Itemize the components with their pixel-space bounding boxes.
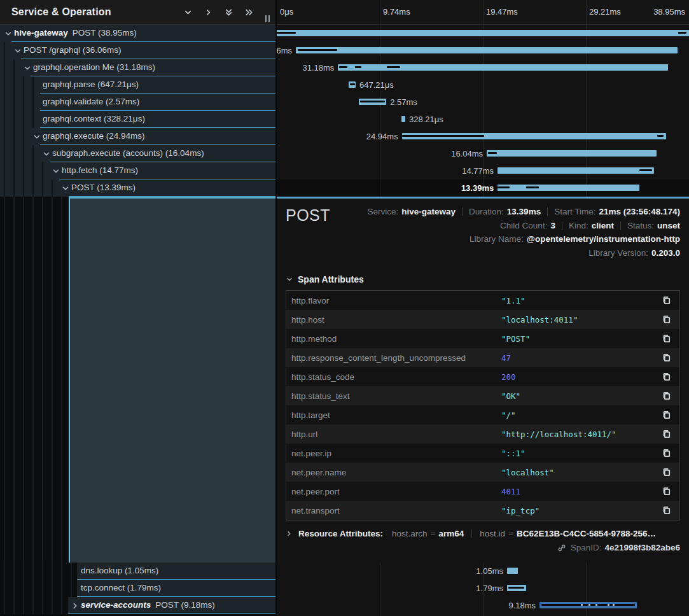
indent-guide [52, 580, 53, 597]
attribute-key: http.url [291, 430, 501, 439]
double-chevron-down-icon[interactable] [224, 8, 233, 17]
indent-guide [13, 76, 15, 94]
copy-icon[interactable] [662, 448, 672, 458]
meta-value: 0.203.0 [651, 248, 680, 258]
span-bar[interactable] [277, 30, 689, 36]
tree-row[interactable]: dns.lookup (1.05ms) [0, 563, 275, 580]
span-bar[interactable] [349, 81, 356, 88]
bar-row[interactable]: 13.39ms [277, 179, 689, 197]
double-chevron-right-icon[interactable] [244, 8, 254, 17]
copy-icon[interactable] [662, 486, 672, 496]
meta-line: Library Name:@opentelemetry/instrumentat… [362, 232, 680, 246]
link-icon[interactable] [557, 543, 566, 552]
meta-value: @opentelemetry/instrumentation-http [527, 234, 680, 244]
tree-row[interactable]: graphql.execute (24.94ms) [0, 128, 275, 145]
copy-icon[interactable] [662, 333, 672, 344]
span-bar[interactable] [498, 185, 639, 191]
span-attributes-toggle[interactable]: Span Attributes [286, 274, 680, 284]
attribute-key: net.transport [291, 506, 501, 515]
indent-guide [32, 563, 34, 580]
tree-row[interactable]: hive-gatewayPOST (38.95ms) [0, 25, 275, 42]
indent-guide [32, 179, 34, 197]
meta-label: Library Name: [470, 234, 524, 244]
tree-row[interactable]: graphql.context (328.21μs) [0, 111, 275, 128]
span-bar[interactable] [296, 47, 678, 53]
copy-icon[interactable] [662, 429, 672, 439]
attribute-key: net.peer.name [291, 468, 501, 477]
duration-label: 16.04ms [451, 145, 483, 162]
duration-label: 9.18ms [508, 597, 536, 614]
span-bar[interactable] [402, 133, 666, 139]
meta-label: Status: [627, 221, 654, 230]
copy-icon[interactable] [662, 314, 672, 325]
detail-indent-strip [0, 197, 69, 563]
copy-icon[interactable] [662, 295, 672, 305]
operation-name: http.fetch (14.77ms) [62, 165, 138, 175]
tree-row[interactable]: subgraph.execute (accounts) (16.04ms) [0, 145, 275, 162]
timeline-tick: 0μs [280, 7, 293, 17]
chevron-down-icon[interactable] [61, 184, 70, 193]
indent-guide [52, 197, 53, 563]
chevron-down-icon[interactable] [183, 8, 193, 17]
copy-icon[interactable] [662, 505, 672, 515]
indent-guide [23, 94, 24, 111]
span-bar[interactable] [498, 167, 654, 174]
tree-row[interactable]: http.fetch (14.77ms) [0, 162, 275, 179]
meta-separator [620, 221, 621, 230]
child-span-marker [339, 66, 347, 68]
span-bar[interactable] [507, 585, 526, 591]
child-span-marker [526, 186, 539, 188]
tree-row[interactable]: service-accountsPOST (9.18ms) [0, 597, 275, 614]
bar-row[interactable]: 1.05ms [277, 563, 689, 580]
copy-icon[interactable] [662, 372, 672, 382]
span-id-label: SpanID: [571, 543, 602, 552]
indent-guide [61, 597, 62, 614]
bar-row[interactable]: 16.04ms [277, 145, 689, 162]
tree-row[interactable]: graphql.validate (2.57ms) [0, 94, 275, 111]
tree-row[interactable]: graphql.operation Me (31.18ms) [0, 59, 275, 76]
span-name: http.fetch (14.77ms) [62, 162, 138, 179]
grid-line [380, 0, 380, 24]
tree-row[interactable]: graphql.parse (647.21μs) [0, 76, 275, 94]
bar-row[interactable]: 1.79ms [277, 580, 689, 597]
attribute-row: http.flavor"1.1" [286, 291, 679, 310]
copy-icon[interactable] [662, 467, 672, 477]
indent-guide [13, 597, 15, 614]
detail-expanded-block[interactable] [69, 197, 275, 563]
attribute-row: net.peer.ip"::1" [286, 444, 679, 463]
chevron-down-icon[interactable] [13, 46, 22, 55]
span-tree: hive-gatewayPOST (38.95ms)POST /graphql … [0, 25, 275, 197]
chevron-right-icon[interactable] [71, 601, 80, 610]
resource-attributes-row[interactable]: Resource Attributes: host.arch=arm64host… [286, 529, 680, 538]
trace-viewer: Service & Operation 0μs9.74ms19.47ms29.2… [0, 0, 689, 616]
attribute-value: "OK" [501, 391, 662, 401]
attribute-key: net.peer.port [291, 487, 501, 496]
tree-row[interactable]: POST (13.39ms) [0, 179, 275, 197]
chevron-down-icon[interactable] [52, 167, 60, 176]
chevron-down-icon[interactable] [42, 150, 51, 158]
span-bar[interactable] [401, 116, 405, 122]
attribute-key: http.target [291, 410, 501, 420]
chevron-right-icon[interactable] [204, 8, 213, 17]
attribute-row: http.host"localhost:4011" [286, 310, 679, 329]
tree-row[interactable]: tcp.connect (1.79ms) [0, 580, 275, 597]
chevron-down-icon[interactable] [32, 132, 41, 141]
meta-value: 3 [550, 221, 555, 230]
span-bar[interactable] [338, 64, 668, 71]
span-bar[interactable] [359, 99, 386, 105]
span-bar[interactable] [487, 150, 657, 157]
operation-name: graphql.operation Me (31.18ms) [33, 62, 155, 72]
bar-row[interactable]: 14.77ms [277, 162, 689, 179]
indent-guide [52, 597, 53, 614]
meta-line: Service:hive-gatewayDuration:13.39msStar… [362, 205, 680, 219]
tree-row[interactable]: POST /graphql (36.06ms) [0, 42, 275, 59]
column-resize-handle[interactable] [265, 15, 272, 23]
span-bar[interactable] [507, 568, 518, 574]
copy-icon[interactable] [662, 353, 672, 363]
chevron-down-icon[interactable] [23, 64, 32, 73]
span-bar[interactable] [539, 602, 637, 608]
copy-icon[interactable] [662, 410, 672, 420]
chevron-down-icon[interactable] [4, 29, 13, 38]
copy-icon[interactable] [662, 391, 672, 401]
operation-name: graphql.context (328.21μs) [43, 114, 145, 123]
